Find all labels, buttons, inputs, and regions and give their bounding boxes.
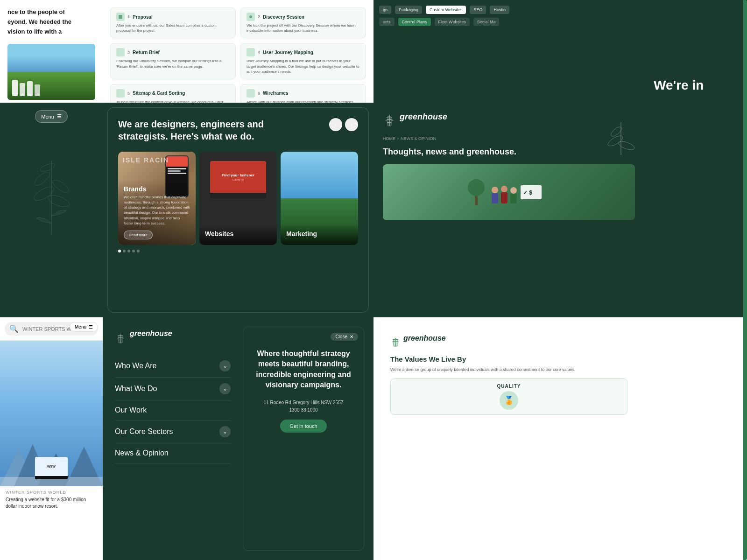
nav-tag-custom-websites[interactable]: Custom Websites: [426, 6, 466, 14]
menu-button[interactable]: Menu ☰: [35, 110, 68, 123]
marketing-overlay: Marketing: [281, 224, 358, 245]
nav-panel: gn Packaging Custom Websites SEO Hostin …: [374, 0, 644, 103]
close-button[interactable]: Close ✕: [331, 333, 358, 341]
nav-item-who-we-are[interactable]: Who We Are ⌄: [115, 355, 231, 378]
snow-scene: WSW: [0, 341, 103, 486]
winter-sports-desc: Creating a website fit for a $300 millio…: [6, 497, 97, 510]
showcase-cards: ISLE RACIN Brands We craft mindful brand…: [118, 152, 358, 245]
brands-read-more[interactable]: Read more: [124, 231, 153, 239]
winter-sports-caption: WINTER SPORTS WORLD Creating a website f…: [0, 486, 103, 513]
showcase-title: We are designers, engineers and strategi…: [118, 118, 305, 142]
process-panel: 1 Proposal After you enquire with us, ou…: [103, 0, 374, 103]
botanical-illustration: [23, 141, 79, 235]
hamburger-icon: ☰: [57, 113, 62, 119]
svg-point-11: [618, 140, 635, 151]
mid-far-right: [644, 103, 747, 317]
nav-tag-social-ma[interactable]: Social Ma: [473, 18, 500, 26]
values-logo-area: greenhouse: [390, 334, 627, 350]
bottom-menu-label: Menu: [75, 324, 86, 329]
nav-top-row: gn Packaging Custom Websites SEO Hostin: [379, 6, 639, 14]
greenhouse-logo-icon: [383, 114, 396, 127]
values-logo: greenhouse: [403, 334, 446, 343]
step-2-icon: [247, 13, 255, 21]
contact-phone: 1300 33 1000: [251, 407, 356, 413]
showcase-header: We are designers, engineers and strategi…: [118, 118, 358, 142]
svg-point-1: [249, 15, 252, 18]
contact-cta-button[interactable]: Get in touch: [280, 420, 326, 433]
contact-inner: Close ✕ Where thoughtful strategy meets …: [243, 327, 364, 551]
brands-desc: We craft mindful brands that captivate a…: [124, 195, 190, 226]
expand-core-sectors[interactable]: ⌄: [219, 426, 231, 437]
top-left-text: nce to the people of eyond. We heeded th…: [7, 7, 95, 36]
nav-tag-fleet-websites[interactable]: Fleet Websites: [435, 18, 470, 26]
gh-logo-area: greenhouse: [383, 112, 635, 129]
step-4-icon: [247, 48, 255, 56]
nav-tag-seo[interactable]: SEO: [470, 6, 486, 14]
news-panel: greenhouse HOME › NEWS & OPINION Thought…: [374, 103, 644, 317]
brands-overlay: Brands We craft mindful brands that capt…: [118, 180, 196, 245]
mid-left-panel: Menu ☰: [0, 103, 103, 317]
step-1-icon: [116, 13, 125, 21]
nav-tag-control-plans[interactable]: Control Plans: [398, 18, 431, 26]
next-arrow[interactable]: ›: [345, 118, 358, 131]
nav-tag-gn[interactable]: gn: [379, 6, 391, 14]
svg-point-15: [492, 187, 498, 193]
step-5-icon: [116, 89, 125, 98]
top-left-panel: nce to the people of eyond. We heeded th…: [0, 0, 103, 103]
people-photo: ✓ $: [383, 164, 635, 220]
quality-badge: QUALITY 🏅: [390, 378, 627, 415]
marketing-title: Marketing: [286, 230, 352, 238]
process-grid: 1 Proposal After you enquire with us, ou…: [110, 7, 366, 103]
expand-what-we-do[interactable]: ⌄: [219, 383, 231, 394]
svg-rect-20: [510, 194, 517, 203]
svg-point-13: [468, 179, 485, 196]
showcase-panel: We are designers, engineers and strategi…: [103, 103, 374, 317]
nav-item-our-work[interactable]: Our Work: [115, 400, 231, 420]
svg-rect-8: [388, 118, 391, 126]
quality-label: QUALITY: [497, 384, 521, 389]
svg-rect-18: [501, 192, 507, 203]
news-botanical: [607, 118, 635, 155]
brands-title: Brands: [124, 185, 190, 193]
nav-item-news[interactable]: News & Opinion: [115, 443, 231, 463]
were-in-text: We're in: [654, 77, 704, 93]
nav-tag-hosting[interactable]: Hostin: [490, 6, 509, 14]
dot-4: [132, 250, 135, 252]
bot-greenhouse-logo-icon: [115, 333, 126, 344]
prev-arrow[interactable]: ‹: [329, 118, 342, 131]
svg-point-7: [40, 162, 56, 173]
contact-panel: Close ✕ Where thoughtful strategy meets …: [238, 322, 369, 555]
close-icon: ✕: [350, 334, 353, 339]
marketing-card[interactable]: Marketing: [281, 152, 358, 245]
nav-tag-packaging[interactable]: Packaging: [395, 6, 422, 14]
bottom-menu-button[interactable]: Menu ☰: [70, 322, 98, 332]
bot-logo-area: greenhouse: [115, 329, 231, 347]
nav-tag-ucts[interactable]: ucts: [379, 18, 395, 26]
websites-overlay: Websites: [199, 224, 277, 245]
process-step-2: 2 Discovery Session We kick the project …: [240, 7, 366, 38]
people-svg: ✓ $: [467, 169, 551, 216]
nav-menu-panel: greenhouse Who We Are ⌄ What We Do ⌄ Our…: [107, 322, 238, 555]
nav-bottom-row: ucts Control Plans Fleet Websites Social…: [379, 18, 639, 26]
websites-card[interactable]: Find your fastener Cavity Hi Websites: [199, 152, 277, 245]
svg-point-19: [510, 187, 517, 194]
news-breadcrumb: HOME › NEWS & OPINION: [383, 136, 607, 141]
expand-who-we-are[interactable]: ⌄: [219, 360, 231, 371]
process-step-3: 3 Return Brief Following our Discovery S…: [110, 43, 236, 79]
nav-item-core-sectors[interactable]: Our Core Sectors ⌄: [115, 420, 231, 443]
step-3-icon: [116, 48, 125, 56]
bottom-far-right: [644, 317, 747, 560]
were-in-panel: We're in: [644, 0, 747, 103]
brands-card[interactable]: ISLE RACIN Brands We craft mindful brand…: [118, 152, 196, 245]
top-left-image: [7, 44, 95, 100]
websites-title: Websites: [205, 230, 271, 238]
process-step-4: 4 User Journey Mapping User Journey Mapp…: [240, 43, 366, 79]
svg-rect-0: [119, 15, 122, 19]
laptop-mockup-snow: WSW: [35, 457, 68, 479]
svg-point-3: [32, 184, 56, 203]
values-panel: greenhouse The Values We Live By We're a…: [374, 317, 644, 560]
brand-bg-label: ISLE RACIN: [123, 156, 169, 164]
svg-point-5: [33, 170, 52, 188]
nav-item-what-we-do[interactable]: What We Do ⌄: [115, 378, 231, 400]
step-6-icon: [247, 89, 255, 98]
